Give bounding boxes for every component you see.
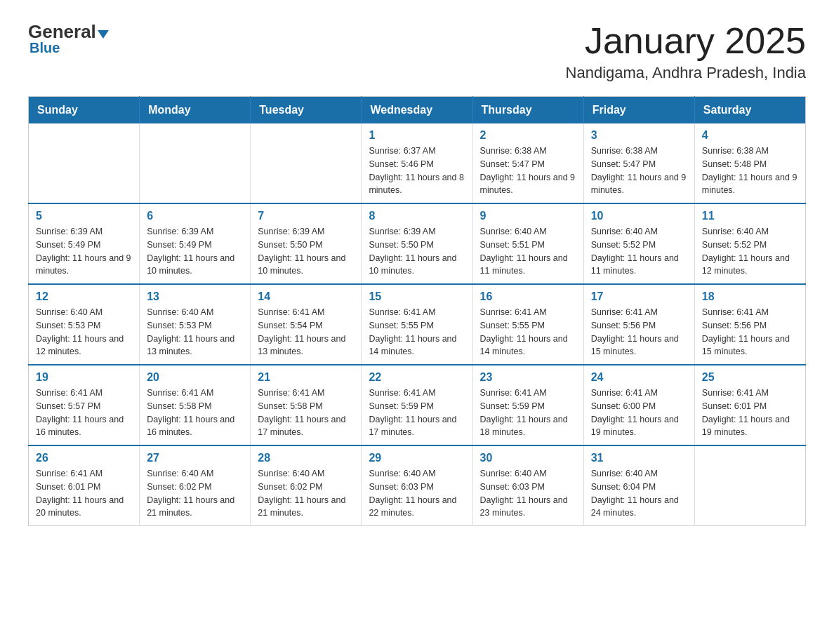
day-number: 16 bbox=[480, 290, 576, 303]
header-saturday: Saturday bbox=[694, 97, 805, 124]
day-info: Sunrise: 6:38 AM Sunset: 5:47 PM Dayligh… bbox=[480, 145, 576, 197]
table-row: 9Sunrise: 6:40 AM Sunset: 5:51 PM Daylig… bbox=[472, 203, 583, 284]
table-row: 22Sunrise: 6:41 AM Sunset: 5:59 PM Dayli… bbox=[362, 365, 472, 445]
table-row: 23Sunrise: 6:41 AM Sunset: 5:59 PM Dayli… bbox=[472, 365, 583, 445]
day-info: Sunrise: 6:39 AM Sunset: 5:50 PM Dayligh… bbox=[258, 225, 354, 278]
day-number: 29 bbox=[369, 452, 465, 464]
header-wednesday: Wednesday bbox=[362, 97, 472, 124]
day-info: Sunrise: 6:38 AM Sunset: 5:47 PM Dayligh… bbox=[591, 145, 687, 197]
month-title: January 2025 bbox=[566, 21, 806, 61]
day-info: Sunrise: 6:38 AM Sunset: 5:48 PM Dayligh… bbox=[702, 145, 798, 197]
day-number: 3 bbox=[591, 129, 687, 142]
day-number: 13 bbox=[147, 290, 243, 303]
location-title: Nandigama, Andhra Pradesh, India bbox=[566, 64, 806, 82]
day-number: 11 bbox=[702, 210, 798, 222]
day-info: Sunrise: 6:40 AM Sunset: 6:03 PM Dayligh… bbox=[369, 467, 465, 520]
table-row: 2Sunrise: 6:38 AM Sunset: 5:47 PM Daylig… bbox=[472, 123, 583, 203]
day-info: Sunrise: 6:40 AM Sunset: 5:53 PM Dayligh… bbox=[147, 306, 243, 358]
day-info: Sunrise: 6:41 AM Sunset: 6:01 PM Dayligh… bbox=[702, 387, 798, 439]
day-number: 23 bbox=[480, 371, 576, 384]
day-number: 25 bbox=[702, 371, 798, 384]
table-row: 7Sunrise: 6:39 AM Sunset: 5:50 PM Daylig… bbox=[251, 203, 362, 284]
header-monday: Monday bbox=[140, 97, 251, 124]
table-row: 13Sunrise: 6:40 AM Sunset: 5:53 PM Dayli… bbox=[140, 284, 251, 365]
day-number: 24 bbox=[591, 371, 687, 384]
day-number: 10 bbox=[591, 210, 687, 222]
day-info: Sunrise: 6:41 AM Sunset: 6:01 PM Dayligh… bbox=[36, 467, 132, 520]
table-row: 11Sunrise: 6:40 AM Sunset: 5:52 PM Dayli… bbox=[694, 203, 805, 284]
day-number: 15 bbox=[369, 290, 465, 303]
table-row: 18Sunrise: 6:41 AM Sunset: 5:56 PM Dayli… bbox=[694, 284, 805, 365]
day-number: 27 bbox=[147, 452, 243, 464]
table-row: 31Sunrise: 6:40 AM Sunset: 6:04 PM Dayli… bbox=[583, 445, 694, 526]
day-info: Sunrise: 6:40 AM Sunset: 5:52 PM Dayligh… bbox=[591, 225, 687, 278]
day-number: 17 bbox=[591, 290, 687, 303]
table-row: 10Sunrise: 6:40 AM Sunset: 5:52 PM Dayli… bbox=[583, 203, 694, 284]
table-row: 25Sunrise: 6:41 AM Sunset: 6:01 PM Dayli… bbox=[694, 365, 805, 445]
day-number: 19 bbox=[36, 371, 132, 384]
day-number: 6 bbox=[147, 210, 243, 222]
header-tuesday: Tuesday bbox=[251, 97, 362, 124]
day-info: Sunrise: 6:37 AM Sunset: 5:46 PM Dayligh… bbox=[369, 145, 465, 197]
day-info: Sunrise: 6:41 AM Sunset: 5:58 PM Dayligh… bbox=[147, 387, 243, 439]
table-row: 1Sunrise: 6:37 AM Sunset: 5:46 PM Daylig… bbox=[362, 123, 472, 203]
day-number: 9 bbox=[480, 210, 576, 222]
table-row: 28Sunrise: 6:40 AM Sunset: 6:02 PM Dayli… bbox=[251, 445, 362, 526]
table-row bbox=[251, 123, 362, 203]
table-row: 12Sunrise: 6:40 AM Sunset: 5:53 PM Dayli… bbox=[29, 284, 140, 365]
table-row: 15Sunrise: 6:41 AM Sunset: 5:55 PM Dayli… bbox=[362, 284, 472, 365]
table-row: 26Sunrise: 6:41 AM Sunset: 6:01 PM Dayli… bbox=[29, 445, 140, 526]
table-row bbox=[694, 445, 805, 526]
day-info: Sunrise: 6:40 AM Sunset: 5:53 PM Dayligh… bbox=[36, 306, 132, 358]
table-row: 14Sunrise: 6:41 AM Sunset: 5:54 PM Dayli… bbox=[251, 284, 362, 365]
title-section: January 2025 Nandigama, Andhra Pradesh, … bbox=[566, 21, 806, 82]
day-info: Sunrise: 6:41 AM Sunset: 5:54 PM Dayligh… bbox=[258, 306, 354, 358]
calendar-week-row: 5Sunrise: 6:39 AM Sunset: 5:49 PM Daylig… bbox=[29, 203, 806, 284]
day-number: 2 bbox=[480, 129, 576, 142]
day-number: 28 bbox=[258, 452, 354, 464]
day-number: 5 bbox=[36, 210, 132, 222]
table-row: 8Sunrise: 6:39 AM Sunset: 5:50 PM Daylig… bbox=[362, 203, 472, 284]
calendar-week-row: 26Sunrise: 6:41 AM Sunset: 6:01 PM Dayli… bbox=[29, 445, 806, 526]
page-header: General Blue January 2025 Nandigama, And… bbox=[28, 21, 806, 82]
day-info: Sunrise: 6:41 AM Sunset: 5:58 PM Dayligh… bbox=[258, 387, 354, 439]
day-info: Sunrise: 6:41 AM Sunset: 5:57 PM Dayligh… bbox=[36, 387, 132, 439]
day-info: Sunrise: 6:41 AM Sunset: 5:59 PM Dayligh… bbox=[369, 387, 465, 439]
day-info: Sunrise: 6:40 AM Sunset: 6:02 PM Dayligh… bbox=[258, 467, 354, 520]
day-info: Sunrise: 6:40 AM Sunset: 6:03 PM Dayligh… bbox=[480, 467, 576, 520]
table-row: 19Sunrise: 6:41 AM Sunset: 5:57 PM Dayli… bbox=[29, 365, 140, 445]
day-info: Sunrise: 6:40 AM Sunset: 5:51 PM Dayligh… bbox=[480, 225, 576, 278]
header-friday: Friday bbox=[583, 97, 694, 124]
calendar-header-row: Sunday Monday Tuesday Wednesday Thursday… bbox=[29, 97, 806, 124]
table-row: 6Sunrise: 6:39 AM Sunset: 5:49 PM Daylig… bbox=[140, 203, 251, 284]
day-number: 12 bbox=[36, 290, 132, 303]
day-number: 1 bbox=[369, 129, 465, 142]
table-row: 3Sunrise: 6:38 AM Sunset: 5:47 PM Daylig… bbox=[583, 123, 694, 203]
table-row: 30Sunrise: 6:40 AM Sunset: 6:03 PM Dayli… bbox=[472, 445, 583, 526]
day-info: Sunrise: 6:41 AM Sunset: 5:55 PM Dayligh… bbox=[480, 306, 576, 358]
table-row: 21Sunrise: 6:41 AM Sunset: 5:58 PM Dayli… bbox=[251, 365, 362, 445]
day-number: 26 bbox=[36, 452, 132, 464]
table-row: 16Sunrise: 6:41 AM Sunset: 5:55 PM Dayli… bbox=[472, 284, 583, 365]
table-row: 4Sunrise: 6:38 AM Sunset: 5:48 PM Daylig… bbox=[694, 123, 805, 203]
day-number: 21 bbox=[258, 371, 354, 384]
logo-blue: Blue bbox=[28, 40, 60, 56]
day-number: 30 bbox=[480, 452, 576, 464]
day-info: Sunrise: 6:40 AM Sunset: 5:52 PM Dayligh… bbox=[702, 225, 798, 278]
day-info: Sunrise: 6:41 AM Sunset: 6:00 PM Dayligh… bbox=[591, 387, 687, 439]
day-info: Sunrise: 6:41 AM Sunset: 5:56 PM Dayligh… bbox=[702, 306, 798, 358]
day-number: 18 bbox=[702, 290, 798, 303]
logo-triangle-icon bbox=[98, 30, 109, 39]
day-info: Sunrise: 6:39 AM Sunset: 5:49 PM Dayligh… bbox=[147, 225, 243, 278]
day-number: 14 bbox=[258, 290, 354, 303]
table-row: 17Sunrise: 6:41 AM Sunset: 5:56 PM Dayli… bbox=[583, 284, 694, 365]
table-row bbox=[140, 123, 251, 203]
day-info: Sunrise: 6:41 AM Sunset: 5:56 PM Dayligh… bbox=[591, 306, 687, 358]
day-info: Sunrise: 6:40 AM Sunset: 6:02 PM Dayligh… bbox=[147, 467, 243, 520]
table-row: 24Sunrise: 6:41 AM Sunset: 6:00 PM Dayli… bbox=[583, 365, 694, 445]
table-row: 20Sunrise: 6:41 AM Sunset: 5:58 PM Dayli… bbox=[140, 365, 251, 445]
day-number: 22 bbox=[369, 371, 465, 384]
day-number: 8 bbox=[369, 210, 465, 222]
header-sunday: Sunday bbox=[29, 97, 140, 124]
table-row: 5Sunrise: 6:39 AM Sunset: 5:49 PM Daylig… bbox=[29, 203, 140, 284]
